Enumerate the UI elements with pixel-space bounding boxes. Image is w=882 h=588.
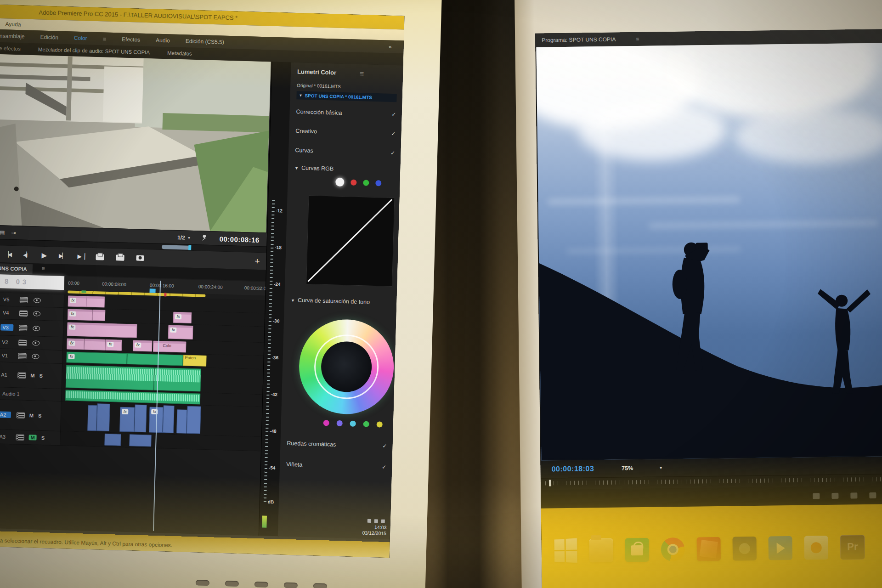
- start-button-icon[interactable]: [554, 538, 578, 563]
- track-header-v3[interactable]: V3: [0, 319, 64, 337]
- audio-clip[interactable]: [104, 434, 121, 446]
- audio-clip[interactable]: [134, 405, 147, 433]
- video-clip[interactable]: [127, 353, 183, 366]
- tab-audio[interactable]: Audio: [156, 37, 170, 44]
- audio-clip[interactable]: [87, 405, 97, 431]
- camera-app-icon[interactable]: [732, 537, 757, 561]
- overwrite-button[interactable]: [116, 254, 124, 260]
- tab-edicion-cs55[interactable]: Edición (CS5.5): [186, 38, 224, 45]
- hue-chip-cyan[interactable]: [350, 421, 356, 427]
- channel-dot-green[interactable]: [363, 180, 369, 186]
- video-clip-yellow[interactable]: Poten: [183, 355, 207, 366]
- section-ruedas-cromaticas[interactable]: Ruedas cromáticas: [287, 440, 336, 448]
- music-app-icon[interactable]: [804, 536, 828, 560]
- hue-chip-violet[interactable]: [337, 420, 343, 426]
- premiere-pro-icon[interactable]: Pr: [840, 535, 865, 560]
- video-clip[interactable]: fx: [68, 309, 93, 320]
- play-button[interactable]: ▶: [41, 251, 47, 260]
- hue-chip-magenta[interactable]: [323, 420, 329, 426]
- track-lane[interactable]: fx fx: [61, 401, 262, 436]
- track-label[interactable]: V5: [1, 296, 14, 303]
- solo-button[interactable]: S: [39, 373, 43, 379]
- system-tray[interactable]: 14:03 03/12/2015: [362, 518, 387, 537]
- section-vineta[interactable]: Viñeta: [286, 461, 303, 468]
- audio-clip[interactable]: [187, 406, 201, 434]
- program-zoom-select[interactable]: 75%: [622, 465, 633, 471]
- video-clip[interactable]: fx: [133, 340, 153, 351]
- check-icon[interactable]: ✓: [382, 464, 386, 470]
- section-curvas-rgb[interactable]: ▼Curvas RGB: [294, 164, 334, 172]
- tab-efectos[interactable]: Efectos: [122, 36, 140, 43]
- audio-clip[interactable]: [163, 405, 175, 433]
- program-monitor-button-icon[interactable]: [869, 492, 876, 498]
- filmstrip-icon[interactable]: ▤: [0, 229, 5, 236]
- tab-metadatos[interactable]: Metadatos: [167, 50, 192, 56]
- menu-ayuda[interactable]: Ayuda: [5, 21, 21, 28]
- eye-icon[interactable]: [32, 354, 39, 359]
- scrub-playhead[interactable]: [188, 245, 191, 250]
- file-explorer-icon[interactable]: [589, 538, 613, 563]
- eye-icon[interactable]: [32, 340, 40, 345]
- monitor-button[interactable]: [254, 582, 268, 588]
- source-patch-icon[interactable]: [16, 434, 24, 440]
- monitor-button[interactable]: [284, 582, 298, 588]
- tab-ensamblaje[interactable]: nsamblaje: [0, 33, 25, 40]
- section-creativo[interactable]: Creativo: [295, 128, 317, 135]
- eye-icon[interactable]: [34, 298, 41, 303]
- program-playhead[interactable]: [549, 480, 551, 486]
- marker-red[interactable]: [164, 293, 166, 296]
- video-clip[interactable]: fx: [168, 325, 193, 339]
- audio-clip[interactable]: fx: [119, 407, 135, 432]
- tab-color[interactable]: Color: [74, 35, 87, 42]
- section-correccion-basica[interactable]: Corrección básica: [296, 108, 342, 116]
- media-player-icon[interactable]: [768, 536, 792, 560]
- track-label[interactable]: A3: [0, 433, 11, 440]
- program-monitor-video[interactable]: [536, 43, 882, 461]
- program-monitor-button-icon[interactable]: [831, 492, 838, 498]
- go-to-out-button[interactable]: ▶▕: [77, 253, 84, 260]
- insert-button[interactable]: [96, 254, 104, 260]
- add-button[interactable]: +: [254, 256, 260, 266]
- channel-dot-blue[interactable]: [375, 180, 381, 186]
- track-header-a2[interactable]: A2 M S: [0, 400, 62, 431]
- source-patch-icon[interactable]: [19, 325, 27, 331]
- export-frame-button[interactable]: [136, 255, 144, 261]
- marker-blue[interactable]: [149, 288, 155, 293]
- settings-wrench-icon[interactable]: [201, 235, 207, 241]
- marker-green[interactable]: [81, 290, 86, 293]
- audio-clip[interactable]: [176, 409, 187, 434]
- step-back-button[interactable]: ◀▏: [23, 252, 30, 258]
- tray-icon[interactable]: [368, 519, 371, 523]
- 3d-app-icon[interactable]: [696, 537, 721, 561]
- lumetri-clip-selector[interactable]: ▼ SPOT UNS COPIA * 00161.MTS: [296, 91, 396, 102]
- track-label-selected[interactable]: A2: [0, 411, 11, 418]
- source-patch-icon[interactable]: [17, 412, 25, 418]
- go-to-in-button[interactable]: ▕◀: [4, 251, 11, 258]
- markers-icon[interactable]: ⇥: [11, 230, 16, 236]
- source-monitor-video[interactable]: [0, 54, 271, 232]
- tab-controles-efectos[interactable]: e efectos: [0, 45, 21, 51]
- video-clip[interactable]: [92, 310, 106, 321]
- hue-chip-green[interactable]: [363, 421, 369, 427]
- mute-button[interactable]: M: [30, 373, 35, 378]
- video-clip[interactable]: [86, 296, 105, 308]
- check-icon[interactable]: ✓: [391, 130, 396, 137]
- source-patch-icon[interactable]: [18, 353, 26, 359]
- step-forward-button[interactable]: ▶▏: [59, 253, 66, 259]
- windows-store-icon[interactable]: [625, 538, 649, 562]
- audio-clip[interactable]: [66, 365, 154, 390]
- audio-clip[interactable]: [96, 403, 110, 431]
- zoom-level-select[interactable]: 1/2 ▼: [177, 234, 191, 241]
- hue-chip-yellow[interactable]: [376, 421, 382, 427]
- eye-icon[interactable]: [33, 326, 40, 331]
- tab-edicion[interactable]: Edición: [40, 34, 58, 41]
- video-clip[interactable]: [84, 339, 106, 350]
- lumetri-menu-icon[interactable]: ≡: [360, 70, 364, 78]
- video-clip[interactable]: fx: [68, 295, 88, 307]
- program-menu-icon[interactable]: ≡: [636, 36, 639, 42]
- eye-icon[interactable]: [33, 311, 40, 316]
- video-clip[interactable]: fx: [67, 338, 85, 350]
- solo-button[interactable]: S: [38, 413, 42, 418]
- video-clip[interactable]: fx: [105, 339, 122, 351]
- video-clip[interactable]: fx: [67, 322, 137, 338]
